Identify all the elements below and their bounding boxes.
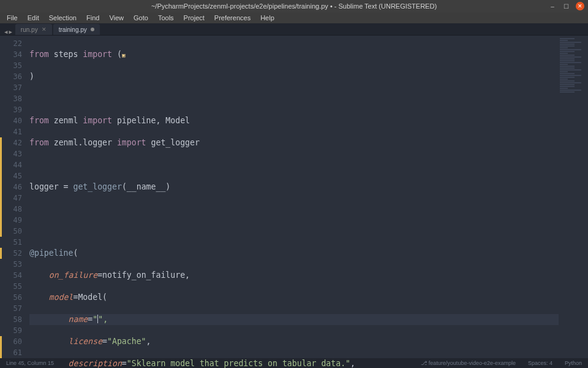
code-line-current: name="", bbox=[29, 314, 588, 325]
editor: 22 34 35 36 37 38 39 40 41 42 43 44 45 4… bbox=[0, 36, 588, 358]
line-number[interactable]: 22 bbox=[0, 38, 27, 49]
line-number[interactable]: 36 bbox=[0, 71, 27, 82]
menu-project[interactable]: Project bbox=[179, 13, 209, 23]
line-number[interactable]: 43 bbox=[0, 148, 27, 159]
menu-help[interactable]: Help bbox=[256, 13, 279, 23]
menu-goto[interactable]: Goto bbox=[129, 13, 153, 23]
tab-strip: ◀ ▶ run.py ✕ training.py bbox=[0, 23, 588, 36]
line-number[interactable]: 56 bbox=[0, 292, 27, 303]
line-number[interactable]: 48 bbox=[0, 204, 27, 215]
tab-nav: ◀ ▶ bbox=[1, 29, 15, 35]
line-number[interactable]: 47 bbox=[0, 193, 27, 204]
menu-tools[interactable]: Tools bbox=[154, 13, 178, 23]
window-titlebar: ~/PycharmProjects/zenml-projects/e2e/pip… bbox=[0, 0, 588, 12]
line-number[interactable]: 61 bbox=[0, 347, 27, 358]
maximize-button[interactable]: ☐ bbox=[562, 2, 570, 10]
tab-label: run.py bbox=[21, 26, 38, 33]
tab-dirty-icon bbox=[91, 28, 94, 31]
menu-find[interactable]: Find bbox=[82, 13, 104, 23]
close-button[interactable]: ✕ bbox=[576, 2, 584, 10]
code-line: from zenml.logger import get_logger bbox=[29, 137, 588, 148]
line-number[interactable]: 60 bbox=[0, 336, 27, 347]
code-line bbox=[29, 226, 588, 237]
line-number[interactable]: 59 bbox=[0, 325, 27, 336]
code-line bbox=[29, 93, 588, 104]
line-number[interactable]: 34 bbox=[0, 49, 27, 60]
code-line: from steps import (▣ bbox=[29, 49, 588, 60]
menu-edit[interactable]: Edit bbox=[23, 13, 43, 23]
line-number[interactable]: 54 bbox=[0, 270, 27, 281]
line-number[interactable]: 38 bbox=[0, 93, 27, 104]
fold-icon[interactable]: ▣ bbox=[122, 52, 125, 58]
code-line: description="Sklearn model that predicts… bbox=[29, 358, 588, 368]
code-line: @pipeline( bbox=[29, 248, 588, 259]
gutter[interactable]: 22 34 35 36 37 38 39 40 41 42 43 44 45 4… bbox=[0, 36, 27, 358]
code-line: from zenml import pipeline, Model bbox=[29, 115, 588, 126]
line-number[interactable]: 52 bbox=[0, 248, 27, 259]
line-number[interactable]: 45 bbox=[0, 171, 27, 182]
menu-view[interactable]: View bbox=[105, 13, 128, 23]
tab-label: training.py bbox=[59, 26, 87, 33]
line-number[interactable]: 49 bbox=[0, 215, 27, 226]
code-line: license="Apache", bbox=[29, 336, 588, 347]
line-number[interactable]: 58 bbox=[0, 314, 27, 325]
tab-training-py[interactable]: training.py bbox=[53, 24, 100, 35]
line-number[interactable]: 57 bbox=[0, 303, 27, 314]
line-number[interactable]: 46 bbox=[0, 182, 27, 193]
code-line: logger = get_logger(__name__) bbox=[29, 182, 588, 193]
minimap[interactable] bbox=[559, 36, 588, 358]
tab-back-icon[interactable]: ◀ bbox=[4, 29, 7, 35]
line-number[interactable]: 44 bbox=[0, 159, 27, 171]
code-area[interactable]: from steps import (▣ ) from zenml import… bbox=[27, 36, 588, 358]
menu-selection[interactable]: Selection bbox=[45, 13, 81, 23]
line-number[interactable]: 35 bbox=[0, 60, 27, 71]
line-number[interactable]: 41 bbox=[0, 126, 27, 137]
menu-preferences[interactable]: Preferences bbox=[210, 13, 255, 23]
code-line: on_failure=notify_on_failure, bbox=[29, 270, 588, 281]
line-number[interactable]: 50 bbox=[0, 226, 27, 237]
window-controls: – ☐ ✕ bbox=[549, 2, 584, 10]
line-number[interactable]: 42 bbox=[0, 137, 27, 148]
menu-bar: File Edit Selection Find View Goto Tools… bbox=[0, 12, 588, 23]
line-number[interactable]: 53 bbox=[0, 259, 27, 270]
tab-forward-icon[interactable]: ▶ bbox=[9, 29, 12, 35]
line-number[interactable]: 39 bbox=[0, 104, 27, 115]
tab-run-py[interactable]: run.py ✕ bbox=[15, 24, 52, 35]
window-title: ~/PycharmProjects/zenml-projects/e2e/pip… bbox=[151, 2, 437, 10]
code-line bbox=[29, 159, 588, 171]
code-line: ) bbox=[29, 71, 588, 82]
line-number[interactable]: 40 bbox=[0, 115, 27, 126]
minimize-button[interactable]: – bbox=[549, 2, 556, 10]
line-number[interactable]: 55 bbox=[0, 281, 27, 292]
line-number[interactable]: 51 bbox=[0, 237, 27, 248]
menu-file[interactable]: File bbox=[2, 13, 22, 23]
code-line bbox=[29, 204, 588, 215]
code-line: model=Model( bbox=[29, 292, 588, 303]
tab-close-icon[interactable]: ✕ bbox=[42, 26, 47, 33]
line-number[interactable]: 37 bbox=[0, 82, 27, 93]
